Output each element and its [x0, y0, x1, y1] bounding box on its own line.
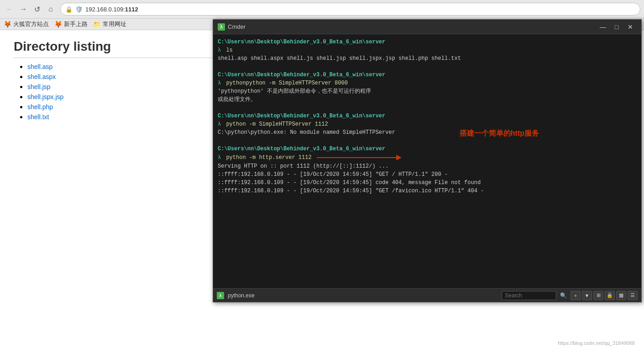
close-button[interactable]: ✕ — [624, 22, 637, 32]
statusbar-process: python.exe — [228, 292, 498, 299]
bookmark-common[interactable]: 📁 常用网址 — [93, 20, 126, 28]
terminal-line: C:\Users\nn\Desktop\Behinder_v3.0_Beta_6… — [218, 71, 637, 79]
terminal-line: 或批处理文件。 — [218, 95, 637, 104]
bookmark-label: 新手上路 — [64, 20, 88, 28]
file-link[interactable]: shell.asp — [27, 63, 52, 70]
term-lambda: λ — [218, 154, 221, 161]
term-cmd: pythonpython -m SimpleHTTPServer 8000 — [226, 80, 347, 86]
term-cmd: ls — [226, 47, 232, 53]
term-log: ::ffff:192.168.0.109 - - [19/Oct/2020 14… — [218, 180, 481, 186]
terminal-line: λ python -m http.server 1112 — [218, 153, 637, 162]
term-cmd: python -m SimpleHTTPServer 1112 — [226, 121, 328, 127]
term-path: C:\Users\nn\Desktop\Behinder_v3.0_Beta_6… — [218, 113, 385, 119]
status-buttons: + ▼ ⊞ 🔒 ▦ ☰ — [571, 291, 638, 300]
term-output: 或批处理文件。 — [218, 96, 256, 103]
terminal-line: λ ls — [218, 46, 637, 54]
cmder-window: λ Cmder — □ ✕ C:\Users\nn\Desktop\Behind… — [213, 19, 642, 302]
cmder-controls: — □ ✕ — [597, 22, 637, 32]
address-port: 1112 — [125, 6, 138, 13]
file-link[interactable]: shell.txt — [27, 113, 49, 121]
address-text: 192.168.0.109:1112 — [85, 6, 138, 13]
minimize-button[interactable]: — — [597, 22, 609, 32]
term-path-highlight: C:\Users\nn\Desktop\Behinder_v3.0_Beta_6… — [218, 146, 385, 152]
file-link[interactable]: shell.jsp — [27, 83, 51, 90]
search-icon: 🔍 — [560, 292, 567, 299]
cmder-icon: λ — [218, 23, 225, 31]
term-path: C:\Users\nn\Desktop\Behinder_v3.0_Beta_6… — [218, 39, 385, 45]
firefox-icon: 🦊 — [4, 21, 11, 28]
terminal-line: C:\Users\nn\Desktop\Behinder_v3.0_Beta_6… — [218, 38, 637, 46]
term-log: ::ffff:192.168.0.109 - - [19/Oct/2020 14… — [218, 171, 448, 178]
address-bar[interactable]: 🔒 🛡️ 192.168.0.109:1112 — [60, 3, 640, 16]
terminal-line: λ python -m SimpleHTTPServer 1112 — [218, 120, 637, 128]
file-link[interactable]: shell.jspx.jsp — [27, 93, 63, 100]
watermark: https://blog.csdn.net/qq_31849068 — [558, 340, 635, 346]
forward-button[interactable]: → — [17, 3, 29, 15]
grid-button[interactable]: ▦ — [616, 291, 626, 300]
search-input[interactable] — [502, 291, 556, 300]
statusbar-icon: λ — [217, 292, 224, 299]
back-button[interactable]: ← — [4, 3, 16, 15]
terminal-line: C:\Users\nn\Desktop\Behinder_v3.0_Beta_6… — [218, 112, 637, 120]
add-tab-button[interactable]: + — [571, 291, 581, 300]
cmder-titlebar: λ Cmder — □ ✕ — [213, 20, 641, 34]
cmder-title-area: λ Cmder — [218, 23, 246, 31]
terminal-line: shell.asp shell.aspx shell.js shell.jsp … — [218, 54, 637, 63]
lock-button[interactable]: 🔒 — [605, 291, 615, 300]
bookmark-newuser[interactable]: 🦊 新手上路 — [54, 20, 88, 28]
term-log: ::ffff:192.168.0.109 - - [19/Oct/2020 14… — [218, 188, 484, 194]
terminal-line: ::ffff:192.168.0.109 - - [19/Oct/2020 14… — [218, 170, 637, 179]
term-serving: Serving HTTP on :: port 1112 (http://[::… — [218, 163, 388, 169]
terminal-line: ::ffff:192.168.0.109 - - [19/Oct/2020 14… — [218, 179, 637, 187]
term-lambda: λ — [218, 80, 221, 86]
newuser-icon: 🦊 — [54, 21, 62, 28]
terminal-line: C:\python\python.exe: No module named Si… — [218, 128, 637, 137]
term-output: shell.asp shell.aspx shell.js shell.jsp … — [218, 55, 461, 62]
terminal-line: λ pythonpython -m SimpleHTTPServer 8000 — [218, 79, 637, 87]
file-link[interactable]: shell.aspx — [27, 73, 56, 80]
term-cmd-highlight: python -m http.server 1112 — [226, 154, 311, 161]
address-icon: 🛡️ — [75, 6, 83, 13]
common-icon: 📁 — [93, 21, 101, 28]
term-output: 'pythonpython' 不是内部或外部命令，也不是可运行的程序 — [218, 88, 371, 95]
security-icon: 🔒 — [65, 6, 73, 13]
dropdown-button[interactable]: ▼ — [582, 291, 592, 300]
bookmark-label: 火狐官方站点 — [13, 20, 49, 28]
terminal-line: Serving HTTP on :: port 1112 (http://[::… — [218, 162, 637, 170]
refresh-button[interactable]: ↺ — [31, 3, 43, 15]
menu-button[interactable]: ☰ — [628, 291, 638, 300]
cmder-statusbar: λ python.exe 🔍 + ▼ ⊞ 🔒 ▦ ☰ — [213, 288, 641, 302]
terminal-line: C:\Users\nn\Desktop\Behinder_v3.0_Beta_6… — [218, 145, 637, 153]
bookmark-label: 常用网址 — [103, 20, 126, 28]
terminal-line: 'pythonpython' 不是内部或外部命令，也不是可运行的程序 — [218, 87, 637, 95]
term-lambda: λ — [218, 47, 221, 53]
browser-toolbar: ← → ↺ ⌂ 🔒 🛡️ 192.168.0.109:1112 — [0, 0, 644, 19]
terminal-body[interactable]: C:\Users\nn\Desktop\Behinder_v3.0_Beta_6… — [213, 34, 641, 288]
split-h-button[interactable]: ⊞ — [593, 291, 603, 300]
term-path: C:\Users\nn\Desktop\Behinder_v3.0_Beta_6… — [218, 72, 385, 78]
cmder-title-text: Cmder — [228, 23, 246, 30]
bookmark-firefox[interactable]: 🦊 火狐官方站点 — [4, 20, 49, 28]
term-lambda: λ — [218, 121, 221, 127]
home-button[interactable]: ⌂ — [45, 3, 57, 15]
file-link[interactable]: shell.php — [27, 103, 53, 111]
term-output: C:\python\python.exe: No module named Si… — [218, 129, 395, 136]
red-arrow-svg — [317, 153, 408, 162]
nav-buttons: ← → ↺ ⌂ — [4, 3, 57, 15]
terminal-line: ::ffff:192.168.0.109 - - [19/Oct/2020 14… — [218, 187, 637, 195]
maximize-button[interactable]: □ — [610, 22, 623, 32]
